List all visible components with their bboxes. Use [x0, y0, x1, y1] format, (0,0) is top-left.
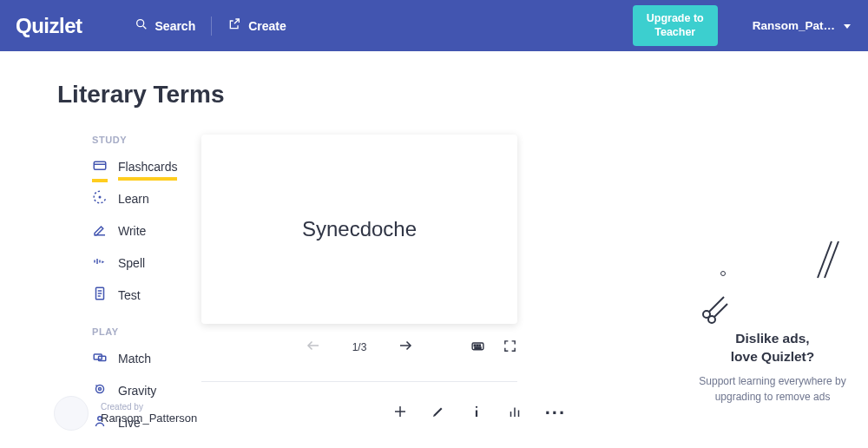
fullscreen-button[interactable] [503, 339, 517, 357]
separator [211, 16, 212, 36]
svg-line-34 [825, 241, 838, 278]
doodle-dot [720, 271, 726, 276]
learn-icon [92, 189, 108, 208]
nav-label: Match [118, 352, 151, 366]
chevron-down-icon [844, 24, 851, 29]
flashcard-term: Synecdoche [302, 217, 417, 241]
nav-label: Write [118, 224, 146, 238]
search-icon [135, 17, 148, 34]
quizlet-logo[interactable]: Quizlet [16, 14, 82, 38]
nav-flashcards[interactable]: Flashcards [92, 157, 172, 175]
nav-label: Flashcards [118, 160, 177, 174]
card-counter: 1/3 [352, 341, 367, 353]
svg-point-13 [99, 388, 102, 391]
svg-rect-19 [477, 345, 477, 346]
svg-line-1 [143, 26, 146, 29]
fullscreen-icon [503, 341, 517, 356]
svg-rect-21 [475, 346, 481, 347]
keyboard-shortcuts-button[interactable] [470, 339, 485, 357]
arrow-left-icon [306, 338, 321, 357]
user-name: Ransom_Pat… [753, 19, 835, 32]
card-controls: 1/3 [201, 324, 517, 374]
nav-test[interactable]: Test [92, 286, 172, 304]
create-icon [227, 17, 241, 34]
nav-label: Learn [118, 192, 149, 206]
flashcards-icon [92, 157, 108, 175]
bar-chart-icon [507, 407, 523, 422]
top-navbar: Quizlet Search Create Upgrade to Teacher… [0, 0, 868, 51]
svg-rect-18 [474, 345, 475, 346]
svg-rect-20 [479, 345, 480, 346]
plus-icon [392, 407, 408, 422]
write-icon [92, 221, 108, 240]
flashcard[interactable]: Synecdoche [201, 135, 517, 324]
edit-button[interactable] [431, 404, 446, 423]
divider [201, 381, 517, 382]
nav-write[interactable]: Write [92, 221, 172, 240]
doodle-scissors-icon [700, 290, 734, 325]
user-menu[interactable]: Ransom_Pat… [753, 19, 851, 32]
creator-info[interactable]: Created by Ransom_Patterson [54, 396, 197, 431]
svg-rect-2 [94, 161, 106, 169]
nav-spell[interactable]: Spell [92, 254, 172, 272]
info-icon [469, 407, 484, 422]
prev-card-button[interactable] [306, 339, 321, 355]
study-section-label: STUDY [92, 135, 172, 145]
creator-name: Ransom_Patterson [101, 412, 197, 425]
add-button[interactable] [392, 404, 408, 423]
nav-match[interactable]: Match [92, 349, 172, 367]
spell-icon [92, 254, 108, 272]
search-label: Search [155, 19, 196, 33]
info-button[interactable] [469, 404, 484, 423]
doodle-lines-icon [809, 238, 844, 280]
play-section-label: PLAY [92, 326, 172, 337]
upgrade-button[interactable]: Upgrade to Teacher [633, 5, 718, 46]
pencil-icon [431, 407, 446, 422]
arrow-right-icon [398, 338, 413, 357]
nav-label: Spell [118, 256, 145, 270]
ad-title: Dislike ads, love Quizlet? [694, 330, 851, 366]
svg-point-24 [476, 406, 477, 408]
nav-label: Test [118, 288, 141, 302]
upgrade-ad-panel: Dislike ads, love Quizlet? Support learn… [694, 252, 851, 405]
keyboard-icon [470, 341, 485, 356]
svg-point-30 [708, 316, 715, 323]
svg-point-0 [136, 20, 143, 27]
avatar [54, 396, 89, 431]
create-button[interactable]: Create [217, 10, 297, 41]
search-button[interactable]: Search [124, 10, 207, 41]
set-title: Literary Terms [57, 81, 578, 109]
next-card-button[interactable] [398, 339, 413, 355]
ad-body: Support learning everywhere by upgrading… [694, 373, 851, 405]
nav-learn[interactable]: Learn [92, 189, 172, 208]
svg-line-32 [714, 304, 727, 317]
create-label: Create [248, 19, 286, 33]
stats-button[interactable] [507, 404, 523, 423]
test-icon [92, 286, 108, 304]
svg-point-4 [99, 196, 102, 199]
match-icon [92, 349, 108, 367]
svg-line-33 [818, 241, 832, 278]
creator-label: Created by [101, 402, 197, 412]
